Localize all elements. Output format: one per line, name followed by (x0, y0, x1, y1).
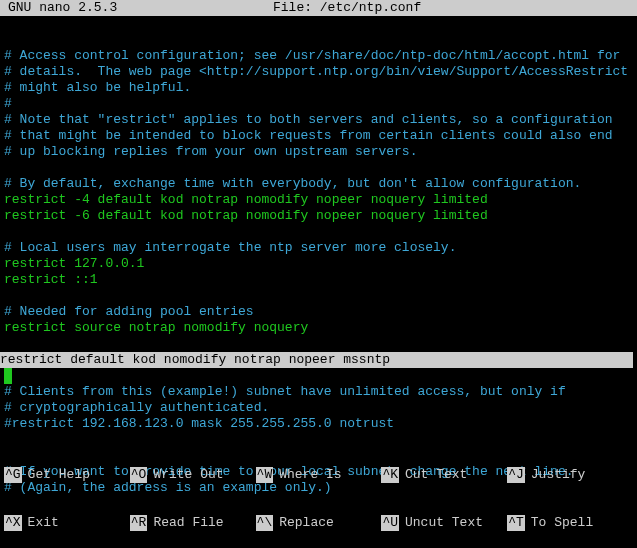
editor-line: restrict 127.0.0.1 (4, 256, 633, 272)
editor-line: restrict ::1 (4, 272, 633, 288)
shortcut-label: Get Help (22, 467, 90, 483)
shortcut-key: ^T (507, 515, 525, 531)
cursor (4, 368, 12, 384)
shortcut-label: To Spell (525, 515, 593, 531)
shortcut-label: Justify (525, 467, 586, 483)
editor-line (4, 160, 633, 176)
shortcut-label: Write Out (147, 467, 223, 483)
shortcut-key: ^X (4, 515, 22, 531)
shortcut-item[interactable]: ^JJustify (507, 467, 633, 483)
shortcut-key: ^G (4, 467, 22, 483)
shortcut-item[interactable]: ^\Replace (256, 515, 382, 531)
editor-line (4, 32, 633, 48)
editor-line (4, 16, 633, 32)
shortcut-item[interactable]: ^WWhere Is (256, 467, 382, 483)
editor-line: #restrict 192.168.123.0 mask 255.255.255… (4, 416, 633, 432)
shortcut-key: ^O (130, 467, 148, 483)
editor-line: restrict default kod nomodify notrap nop… (0, 352, 633, 368)
editor-line: # (4, 96, 633, 112)
shortcut-key: ^U (381, 515, 399, 531)
editor-line: restrict source notrap nomodify noquery (4, 320, 633, 336)
editor-area[interactable]: # Access control configuration; see /usr… (0, 16, 637, 496)
editor-line: restrict -4 default kod notrap nomodify … (4, 192, 633, 208)
shortcut-key: ^R (130, 515, 148, 531)
shortcut-item[interactable]: ^OWrite Out (130, 467, 256, 483)
shortcut-item[interactable]: ^RRead File (130, 515, 256, 531)
shortcut-label: Where Is (273, 467, 341, 483)
app-name: GNU nano 2.5.3 (0, 0, 117, 16)
shortcut-item[interactable]: ^UUncut Text (381, 515, 507, 531)
editor-line: # that might be intended to block reques… (4, 128, 633, 144)
shortcut-key: ^J (507, 467, 525, 483)
shortcut-label: Cut Text (399, 467, 467, 483)
shortcut-label: Read File (147, 515, 223, 531)
editor-line: # Access control configuration; see /usr… (4, 48, 633, 64)
shortcut-row-1: ^GGet Help^OWrite Out^WWhere Is^KCut Tex… (4, 467, 633, 483)
editor-line: # cryptographically authenticated. (4, 400, 633, 416)
shortcut-item[interactable]: ^XExit (4, 515, 130, 531)
shortcut-label: Replace (273, 515, 334, 531)
shortcut-item[interactable]: ^KCut Text (381, 467, 507, 483)
editor-line: # might also be helpful. (4, 80, 633, 96)
editor-line (4, 336, 633, 352)
editor-line: # Local users may interrogate the ntp se… (4, 240, 633, 256)
editor-line: restrict -6 default kod notrap nomodify … (4, 208, 633, 224)
editor-line: # By default, exchange time with everybo… (4, 176, 633, 192)
title-spacer (577, 0, 637, 16)
editor-line (4, 368, 633, 384)
title-bar: GNU nano 2.5.3 File: /etc/ntp.conf (0, 0, 637, 16)
editor-line (4, 224, 633, 240)
shortcut-key: ^W (256, 467, 274, 483)
shortcut-label: Uncut Text (399, 515, 483, 531)
file-name: File: /etc/ntp.conf (117, 0, 577, 16)
shortcut-key: ^K (381, 467, 399, 483)
editor-line: # up blocking replies from your own upst… (4, 144, 633, 160)
shortcut-bar: ^GGet Help^OWrite Out^WWhere Is^KCut Tex… (0, 435, 637, 548)
editor-line (4, 288, 633, 304)
editor-line: # Note that "restrict" applies to both s… (4, 112, 633, 128)
shortcut-row-2: ^XExit^RRead File^\Replace^UUncut Text^T… (4, 515, 633, 531)
editor-line: # Clients from this (example!) subnet ha… (4, 384, 633, 400)
editor-line: # Needed for adding pool entries (4, 304, 633, 320)
shortcut-item[interactable]: ^GGet Help (4, 467, 130, 483)
editor-line: # details. The web page <http://support.… (4, 64, 633, 80)
shortcut-label: Exit (22, 515, 59, 531)
shortcut-key: ^\ (256, 515, 274, 531)
shortcut-item[interactable]: ^TTo Spell (507, 515, 633, 531)
